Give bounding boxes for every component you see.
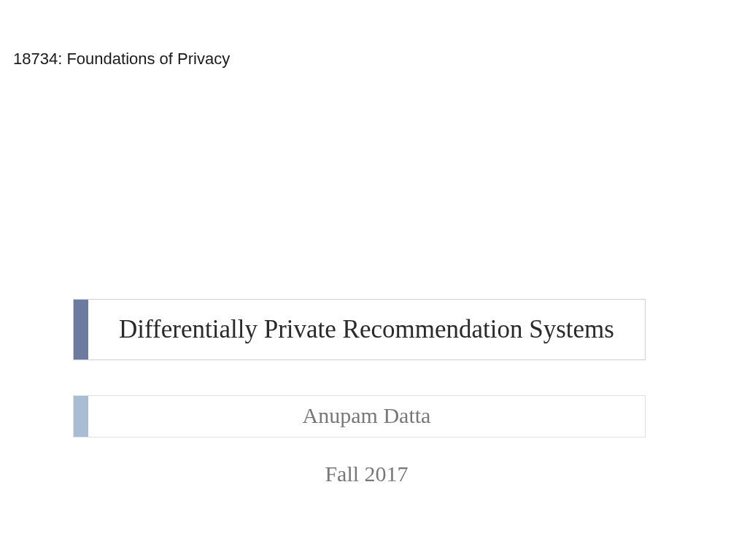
author-accent-bar [74,396,88,437]
slide-title: Differentially Private Recommendation Sy… [88,300,645,359]
title-block: Differentially Private Recommendation Sy… [73,299,646,360]
term-block: Fall 2017 [73,456,646,492]
author-name: Anupam Datta [88,396,645,437]
title-accent-bar [74,300,88,359]
course-header: 18734: Foundations of Privacy [13,50,230,69]
author-block: Anupam Datta [73,395,646,438]
term-spacer [73,456,88,492]
term-label: Fall 2017 [88,456,646,492]
